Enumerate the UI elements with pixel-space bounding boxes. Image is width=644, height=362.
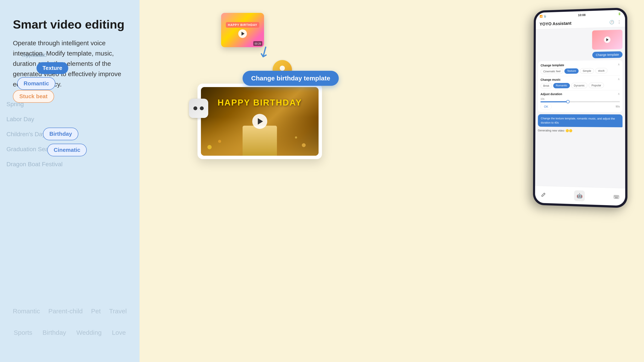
divider-2 bbox=[540, 90, 620, 91]
chat-video-thumb[interactable] bbox=[592, 29, 622, 49]
tag-cinematic[interactable]: Cinematic bbox=[47, 144, 87, 156]
thumb-play[interactable] bbox=[604, 36, 610, 43]
page-title: Smart video editing bbox=[13, 17, 127, 31]
tag-labor-day: Labor Day bbox=[6, 116, 34, 123]
generating-text: Generating new video 🟡🟡 bbox=[538, 129, 622, 133]
thumb-play-btn[interactable] bbox=[238, 29, 247, 38]
right-panel: Smart Video HAPPY BIRTHDAY 00:29 ↙ bbox=[140, 0, 644, 362]
svg-rect-8 bbox=[614, 197, 615, 197]
template-title: Change template bbox=[540, 63, 564, 67]
birthday-card-float: HAPPY BIRTHDAY 00:29 ↙ bbox=[221, 13, 264, 47]
more-icon[interactable]: ⋮ bbox=[617, 19, 621, 24]
slider-max-label: 90s bbox=[616, 105, 620, 108]
robot-icon-btn[interactable]: 🤖 bbox=[574, 190, 585, 201]
slider-fill bbox=[540, 101, 568, 102]
bottom-word-romantic: Romantic bbox=[13, 308, 40, 315]
chat-message: Change the texture template, romantic mu… bbox=[538, 114, 622, 127]
slider-min-label: 10s bbox=[540, 97, 620, 100]
svg-point-0 bbox=[280, 66, 285, 71]
bottom-toolbar: 🤖 bbox=[535, 186, 625, 206]
change-template-btn[interactable]: Change template bbox=[592, 51, 622, 58]
pen-icon[interactable] bbox=[539, 190, 548, 199]
bottom-word-love: Love bbox=[112, 329, 126, 336]
status-time: 10:08 bbox=[578, 13, 586, 17]
assistant-name: YOYO Assistant bbox=[540, 21, 572, 26]
birthday-card-title: HAPPY BIRTHDAY bbox=[228, 23, 258, 26]
phone-mockup: 📶 📡 10:08 🔋 YOYO Assistant 🕐 ⋮ bbox=[533, 7, 628, 208]
tag-stuck-beat[interactable]: Stuck beat bbox=[13, 90, 54, 103]
svg-rect-7 bbox=[618, 196, 618, 196]
header-actions: 🕐 ⋮ bbox=[610, 19, 621, 25]
svg-rect-6 bbox=[617, 196, 618, 196]
bottom-word-parent-child: Parent-child bbox=[48, 308, 83, 315]
tag-stuck[interactable]: stuck bbox=[595, 68, 608, 73]
music-section: Change music ∧ Brisk Romantic Dynamic Po… bbox=[540, 77, 620, 88]
tag-brisk[interactable]: Brisk bbox=[540, 83, 552, 88]
svg-rect-10 bbox=[616, 197, 617, 197]
tag-texture-active[interactable]: Texture bbox=[564, 68, 579, 74]
bottom-word-travel: Travel bbox=[109, 308, 127, 315]
robot-mascot bbox=[189, 99, 208, 118]
slider-row: 10s bbox=[540, 97, 620, 102]
clock-icon[interactable]: 🕐 bbox=[610, 20, 614, 25]
slider-track[interactable] bbox=[540, 101, 620, 102]
video-play-btn[interactable] bbox=[252, 114, 267, 129]
duration-title: Adjust duration bbox=[540, 92, 562, 96]
tag-dragon-boat: Dragon Boat Festival bbox=[6, 161, 62, 168]
music-collapse[interactable]: ∧ bbox=[618, 77, 620, 81]
video-birthday-text: HAPPY BIRTHDAY bbox=[201, 98, 318, 107]
svg-rect-9 bbox=[615, 197, 616, 197]
tag-popular[interactable]: Popular bbox=[588, 82, 604, 88]
template-collapse[interactable]: ∧ bbox=[618, 63, 620, 66]
tag-dynamic[interactable]: Dynamic bbox=[571, 83, 587, 88]
bottom-word-wedding: Wedding bbox=[76, 329, 102, 336]
video-thumbnail: HAPPY BIRTHDAY bbox=[201, 87, 318, 156]
tag-romantic-active[interactable]: Romantic bbox=[553, 83, 570, 88]
bottom-word-pet: Pet bbox=[91, 308, 101, 315]
svg-rect-12 bbox=[618, 197, 618, 197]
voice-bubble: Change birthday template bbox=[242, 71, 339, 86]
robot-eye-left bbox=[194, 106, 197, 110]
music-tags: Brisk Romantic Dynamic Popular bbox=[540, 82, 620, 89]
video-card: HAPPY BIRTHDAY bbox=[198, 84, 322, 159]
svg-rect-11 bbox=[617, 197, 618, 197]
ok-button[interactable]: OK bbox=[540, 104, 552, 110]
keyboard-icon[interactable] bbox=[612, 192, 621, 201]
template-tags: Cinematic feel Texture Simple stuck bbox=[540, 68, 620, 74]
tag-childrens-day: Children's Day bbox=[6, 131, 45, 138]
left-panel: Romantic Dynamic Popular Smart video edi… bbox=[0, 0, 140, 362]
tag-simple[interactable]: Simple bbox=[580, 68, 594, 74]
tag-cinematic-feel[interactable]: Cinematic feel bbox=[540, 68, 563, 74]
music-title: Change music bbox=[540, 78, 560, 81]
svg-rect-13 bbox=[615, 198, 618, 198]
left-content: Smart video editing Operate through inte… bbox=[13, 17, 127, 89]
tag-spring: Spring bbox=[6, 101, 24, 108]
chat-area: Change template Change template ∧ Cinema… bbox=[536, 27, 625, 135]
page-subtitle: Operate through intelligent voice intera… bbox=[13, 38, 127, 89]
phone-screen: 📶 📡 10:08 🔋 YOYO Assistant 🕐 ⋮ bbox=[535, 10, 625, 206]
robot-eye-right bbox=[200, 106, 204, 110]
bottom-word-sports: Sports bbox=[14, 329, 32, 336]
divider-1 bbox=[540, 75, 620, 76]
template-panel: Change template ∧ Cinematic feel Texture… bbox=[538, 60, 622, 112]
slider-thumb[interactable] bbox=[566, 100, 570, 103]
bottom-words: Romantic Parent-child Pet Travel Sports … bbox=[0, 276, 140, 362]
template-section: Change template ∧ Cinematic feel Texture… bbox=[540, 63, 620, 74]
duration-collapse[interactable]: ∧ bbox=[618, 92, 620, 95]
svg-rect-5 bbox=[616, 196, 617, 196]
svg-rect-3 bbox=[614, 196, 615, 196]
battery-icon: 🔋 bbox=[618, 12, 621, 15]
tag-graduation: Graduation Season bbox=[6, 146, 58, 153]
svg-rect-4 bbox=[615, 196, 616, 196]
tag-birthday[interactable]: Birthday bbox=[43, 128, 78, 140]
bottom-word-birthday: Birthday bbox=[42, 329, 66, 336]
duration-section: Adjust duration ∧ 10s OK 90s bbox=[540, 92, 620, 110]
signal-icons: 📶 📡 bbox=[540, 15, 546, 18]
